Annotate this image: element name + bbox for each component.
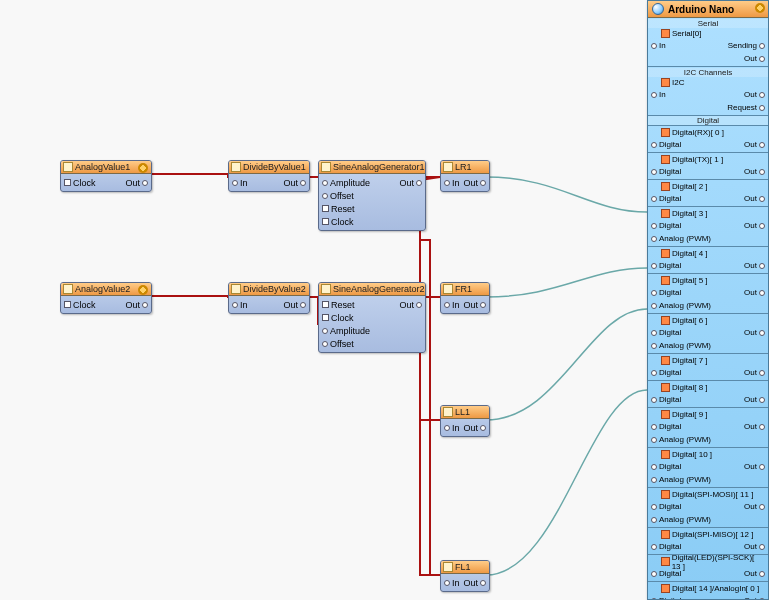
node-lr1[interactable]: LR1 In Out [440,160,490,192]
pin-analog-pwm[interactable]: Analog (PWM) [651,435,711,444]
node-dividebyvalue2[interactable]: DivideByValue2 In Out [228,282,310,314]
pin-digital-in[interactable]: Digital [651,288,681,297]
pin-digital-in[interactable]: Digital [651,502,681,511]
pin-analog-pwm[interactable]: Analog (PWM) [651,341,711,350]
digital-pin-1[interactable]: Digital(TX)[ 1 ]DigitalOut [648,153,768,180]
digital-pin-0[interactable]: Digital(RX)[ 0 ]DigitalOut [648,126,768,153]
pin-digital-out[interactable]: Out [744,596,765,600]
digital-pin-6[interactable]: Digital[ 6 ]DigitalOutAnalog (PWM) [648,314,768,354]
pin-out[interactable]: Out [283,300,306,310]
pin-amplitude[interactable]: Amplitude [322,326,370,336]
pin-in[interactable]: In [232,178,248,188]
gear-icon[interactable] [138,285,148,295]
digital-pin-2[interactable]: Digital[ 2 ]DigitalOut [648,180,768,207]
pin-i2c-request[interactable]: Request [727,103,765,112]
node-icon [63,162,73,172]
pin-out[interactable]: Out [283,178,306,188]
pin-digital-out[interactable]: Out [744,221,765,230]
pin-digital-in[interactable]: Digital [651,422,681,431]
pin-clock[interactable]: Clock [322,217,354,227]
pin-analog-pwm[interactable]: Analog (PWM) [651,234,711,243]
pin-reset[interactable]: Reset [322,204,355,214]
digital-pin-8[interactable]: Digital[ 8 ]DigitalOut [648,381,768,408]
pin-digital-out[interactable]: Out [744,167,765,176]
digital-pin-14[interactable]: Digital[ 14 ]/AnalogIn[ 0 ]DigitalOut [648,582,768,600]
pin-digital-out[interactable]: Out [744,261,765,270]
pin-digital-in[interactable]: Digital [651,542,681,551]
pin-clock[interactable]: Clock [322,313,354,323]
digital-pin-5[interactable]: Digital[ 5 ]DigitalOutAnalog (PWM) [648,274,768,314]
digital-pin-12[interactable]: Digital(SPI-MISO)[ 12 ]DigitalOut [648,528,768,555]
node-fr1[interactable]: FR1 In Out [440,282,490,314]
pin-digital-out[interactable]: Out [744,395,765,404]
pin-digital-out[interactable]: Out [744,569,765,578]
pin-out[interactable]: Out [399,300,422,310]
digital-pin-10[interactable]: Digital[ 10 ]DigitalOutAnalog (PWM) [648,448,768,488]
pin-digital-in[interactable]: Digital [651,596,681,600]
pin-in[interactable]: In [232,300,248,310]
pin-digital-in[interactable]: Digital [651,328,681,337]
pin-analog-pwm[interactable]: Analog (PWM) [651,475,711,484]
pin-clock[interactable]: Clock [64,178,96,188]
pin-out[interactable]: Out [464,178,487,188]
pin-digital-out[interactable]: Out [744,194,765,203]
pin-clock[interactable]: Clock [64,300,96,310]
pin-analog-pwm[interactable]: Analog (PWM) [651,515,711,524]
pin-out[interactable]: Out [125,178,148,188]
pin-amplitude[interactable]: Amplitude [322,178,370,188]
pin-digital-out[interactable]: Out [744,368,765,377]
pin-digital-in[interactable]: Digital [651,569,681,578]
digital-pin-4[interactable]: Digital[ 4 ]DigitalOut [648,247,768,274]
pin-offset[interactable]: Offset [322,339,354,349]
pin-digital-out[interactable]: Out [744,140,765,149]
pin-digital-in[interactable]: Digital [651,261,681,270]
pin-serial-sending[interactable]: Sending [728,41,765,50]
pin-in[interactable]: In [444,178,460,188]
pin-digital-out[interactable]: Out [744,328,765,337]
pin-digital-out[interactable]: Out [744,542,765,551]
digital-pin-13[interactable]: Digital(LED)(SPI-SCK)[ 13 ]DigitalOut [648,555,768,582]
pin-digital-in[interactable]: Digital [651,167,681,176]
digital-pin-9[interactable]: Digital[ 9 ]DigitalOutAnalog (PWM) [648,408,768,448]
pin-serial-in[interactable]: In [651,41,666,50]
pin-digital-in[interactable]: Digital [651,395,681,404]
pin-analog-pwm[interactable]: Analog (PWM) [651,301,711,310]
pin-i2c-out[interactable]: Out [744,90,765,99]
digital-pin-7[interactable]: Digital[ 7 ]DigitalOut [648,354,768,381]
pin-serial-out[interactable]: Out [744,54,765,63]
pin-in[interactable]: In [444,300,460,310]
digital-pin-11[interactable]: Digital(SPI-MOSI)[ 11 ]DigitalOutAnalog … [648,488,768,528]
pin-digital-in[interactable]: Digital [651,221,681,230]
pin-digital-in[interactable]: Digital [651,368,681,377]
node-sinegen2[interactable]: SineAnalogGenerator2 Reset Out Clock Amp… [318,282,426,353]
node-ll1[interactable]: LL1 In Out [440,405,490,437]
pin-i2c-in[interactable]: In [651,90,666,99]
pin-digital-in[interactable]: Digital [651,194,681,203]
pin-icon [661,249,670,258]
pin-digital-out[interactable]: Out [744,502,765,511]
pin-out[interactable]: Out [464,423,487,433]
pin-out[interactable]: Out [464,300,487,310]
arduino-nano-panel[interactable]: Arduino Nano Serial Serial[0] In Sending… [647,0,769,600]
gear-icon[interactable] [755,3,765,13]
pin-digital-out[interactable]: Out [744,288,765,297]
pin-digital-out[interactable]: Out [744,422,765,431]
pin-reset[interactable]: Reset [322,300,355,310]
pin-digital-in[interactable]: Digital [651,140,681,149]
pin-out[interactable]: Out [399,178,422,188]
digital-pin-3[interactable]: Digital[ 3 ]DigitalOutAnalog (PWM) [648,207,768,247]
node-icon [443,562,453,572]
pin-in[interactable]: In [444,423,460,433]
node-fl1[interactable]: FL1 In Out [440,560,490,592]
pin-in[interactable]: In [444,578,460,588]
pin-out[interactable]: Out [464,578,487,588]
pin-digital-in[interactable]: Digital [651,462,681,471]
node-sinegen1[interactable]: SineAnalogGenerator1 Amplitude Out Offse… [318,160,426,231]
pin-offset[interactable]: Offset [322,191,354,201]
gear-icon[interactable] [138,163,148,173]
node-analogvalue2[interactable]: AnalogValue2 Clock Out [60,282,152,314]
node-analogvalue1[interactable]: AnalogValue1 Clock Out [60,160,152,192]
pin-digital-out[interactable]: Out [744,462,765,471]
pin-out[interactable]: Out [125,300,148,310]
node-dividebyvalue1[interactable]: DivideByValue1 In Out [228,160,310,192]
